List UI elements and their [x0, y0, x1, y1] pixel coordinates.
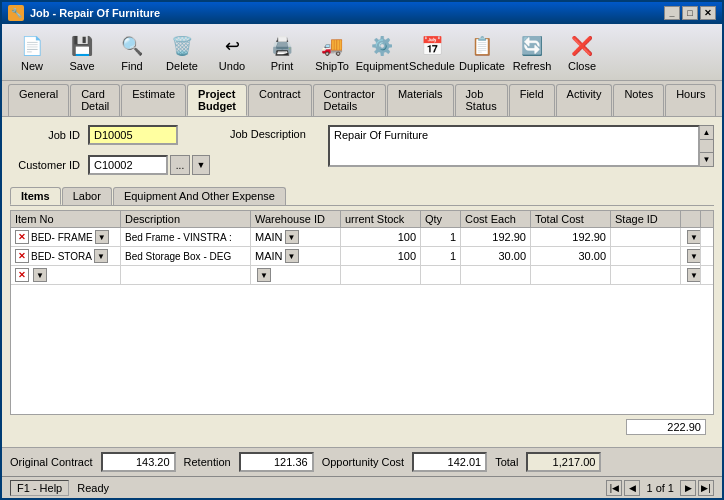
tab-hours[interactable]: Hours: [665, 84, 716, 116]
new-row-stage-id: [611, 266, 681, 284]
page-info: 1 of 1: [642, 482, 678, 494]
grid-total: 222.90: [626, 419, 706, 435]
customer-id-input[interactable]: [88, 155, 168, 175]
row2-delete-btn[interactable]: ✕: [15, 249, 29, 263]
new-button[interactable]: 📄 New: [8, 28, 56, 76]
duplicate-button[interactable]: 📋 Duplicate: [458, 28, 506, 76]
items-grid: Item No Description Warehouse ID urrent …: [10, 210, 714, 415]
undo-button[interactable]: ↩ Undo: [208, 28, 256, 76]
opportunity-cost-input[interactable]: [412, 452, 487, 472]
row1-cost-each: 192.90: [492, 231, 526, 243]
tab-materials[interactable]: Materials: [387, 84, 454, 116]
row1-stage-dropdown[interactable]: ▼: [687, 230, 701, 244]
scroll-down-arrow[interactable]: ▼: [700, 152, 713, 166]
print-icon: 🖨️: [268, 32, 296, 60]
nav-first-button[interactable]: |◀: [606, 480, 622, 496]
top-tabs: General Card Detail Estimate Project Bud…: [2, 81, 722, 117]
equipment-label: Equipment: [356, 60, 409, 72]
nav-last-button[interactable]: ▶|: [698, 480, 714, 496]
job-desc-wrapper: Repair Of Furniture ▲ ▼: [328, 125, 714, 167]
retention-input[interactable]: [239, 452, 314, 472]
nav-next-button[interactable]: ▶: [680, 480, 696, 496]
tab-project-budget[interactable]: Project Budget: [187, 84, 247, 116]
row2-warehouse-cell: MAIN ▼: [251, 247, 341, 265]
nav-prev-button[interactable]: ◀: [624, 480, 640, 496]
save-label: Save: [69, 60, 94, 72]
row2-warehouse-dropdown[interactable]: ▼: [285, 249, 299, 263]
row2-item-dropdown[interactable]: ▼: [94, 249, 108, 263]
shipto-button[interactable]: 🚚 ShipTo: [308, 28, 356, 76]
minimize-button[interactable]: _: [664, 6, 680, 20]
tab-job-status[interactable]: Job Status: [455, 84, 508, 116]
tab-general[interactable]: General: [8, 84, 69, 116]
subtab-labor[interactable]: Labor: [62, 187, 112, 205]
row1-item-dropdown[interactable]: ▼: [95, 230, 109, 244]
row1-qty-cell[interactable]: 1: [421, 228, 461, 246]
customer-lookup-button[interactable]: ...: [170, 155, 190, 175]
delete-icon: 🗑️: [168, 32, 196, 60]
total-label: Total: [495, 456, 518, 468]
new-row-stage-dropdown[interactable]: ▼: [687, 268, 701, 282]
window-icon: 🔧: [8, 5, 24, 21]
help-button[interactable]: F1 - Help: [10, 480, 69, 496]
window-title: Job - Repair Of Furniture: [30, 7, 664, 19]
delete-label: Delete: [166, 60, 198, 72]
new-row-warehouse-dropdown[interactable]: ▼: [257, 268, 271, 282]
row1-warehouse-dropdown[interactable]: ▼: [285, 230, 299, 244]
refresh-icon: 🔄: [518, 32, 546, 60]
row2-item-no: BED- STORA: [31, 251, 92, 262]
close-button[interactable]: ❌ Close: [558, 28, 606, 76]
schedule-button[interactable]: 📅 Schedule: [408, 28, 456, 76]
table-row-new: ✕ ▼ ▼ ▼: [11, 266, 713, 285]
equipment-button[interactable]: ⚙️ Equipment: [358, 28, 406, 76]
row1-delete-btn[interactable]: ✕: [15, 230, 29, 244]
row1-warehouse: MAIN: [255, 231, 283, 243]
customer-id-controls: ... ▼: [88, 155, 210, 175]
form-top-row: Job ID Customer ID ... ▼ Job Description…: [10, 125, 714, 181]
row1-stock: 100: [398, 231, 416, 243]
new-row-delete-btn[interactable]: ✕: [15, 268, 29, 282]
col-stage-id: Stage ID: [611, 211, 681, 227]
tab-notes[interactable]: Notes: [613, 84, 664, 116]
customer-id-label: Customer ID: [10, 159, 80, 171]
form-right: Job Description Repair Of Furniture ▲ ▼: [230, 125, 714, 167]
find-label: Find: [121, 60, 142, 72]
tab-estimate[interactable]: Estimate: [121, 84, 186, 116]
close-icon: ❌: [568, 32, 596, 60]
tab-card-detail[interactable]: Card Detail: [70, 84, 120, 116]
save-button[interactable]: 💾 Save: [58, 28, 106, 76]
row2-stock-cell: 100: [341, 247, 421, 265]
main-window: 🔧 Job - Repair Of Furniture _ □ ✕ 📄 New …: [0, 0, 724, 500]
print-button[interactable]: 🖨️ Print: [258, 28, 306, 76]
refresh-button[interactable]: 🔄 Refresh: [508, 28, 556, 76]
form-left: Job ID Customer ID ... ▼: [10, 125, 210, 181]
tab-field[interactable]: Field: [509, 84, 555, 116]
customer-dropdown-button[interactable]: ▼: [192, 155, 210, 175]
retention-label: Retention: [184, 456, 231, 468]
original-contract-input[interactable]: [101, 452, 176, 472]
subtab-items[interactable]: Items: [10, 187, 61, 205]
job-id-input[interactable]: [88, 125, 178, 145]
new-row-stock: [341, 266, 421, 284]
grid-empty-space: [11, 285, 713, 365]
tab-contractor-details[interactable]: Contractor Details: [313, 84, 386, 116]
row2-description-cell: Bed Storage Box - DEG: [121, 247, 251, 265]
maximize-button[interactable]: □: [682, 6, 698, 20]
schedule-icon: 📅: [418, 32, 446, 60]
row2-description: Bed Storage Box - DEG: [125, 251, 231, 262]
col-extra: [681, 211, 701, 227]
scroll-up-arrow[interactable]: ▲: [700, 126, 713, 140]
job-description-text[interactable]: Repair Of Furniture: [328, 125, 700, 167]
find-button[interactable]: 🔍 Find: [108, 28, 156, 76]
row1-total-cost-cell: 192.90: [531, 228, 611, 246]
tab-activity[interactable]: Activity: [556, 84, 613, 116]
row2-stage-dropdown[interactable]: ▼: [687, 249, 701, 263]
close-window-button[interactable]: ✕: [700, 6, 716, 20]
tab-contract[interactable]: Contract: [248, 84, 312, 116]
subtab-equipment[interactable]: Equipment And Other Expense: [113, 187, 286, 205]
row1-total-cost: 192.90: [572, 231, 606, 243]
new-row-item-dropdown[interactable]: ▼: [33, 268, 47, 282]
row2-stock: 100: [398, 250, 416, 262]
new-row-item-no-cell: ✕ ▼: [11, 266, 121, 284]
delete-button[interactable]: 🗑️ Delete: [158, 28, 206, 76]
